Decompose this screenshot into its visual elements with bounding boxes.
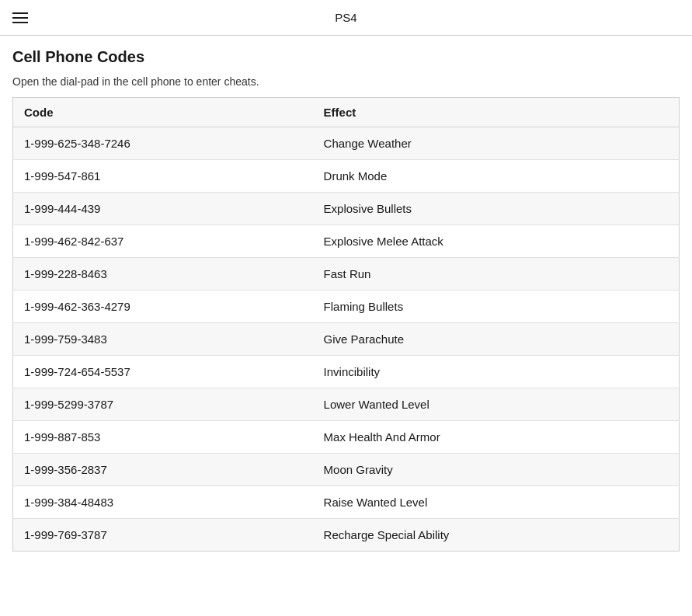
cell-code: 1-999-462-842-637 (13, 225, 313, 258)
cell-code: 1-999-5299-3787 (13, 388, 313, 421)
cell-code: 1-999-444-439 (13, 193, 313, 225)
cell-code: 1-999-724-654-5537 (13, 356, 313, 388)
cell-code: 1-999-759-3483 (13, 323, 313, 356)
cell-code: 1-999-887-853 (13, 421, 313, 454)
hamburger-menu-button[interactable] (12, 12, 28, 23)
table-body: 1-999-625-348-7246Change Weather1-999-54… (13, 127, 680, 552)
page-description: Open the dial-pad in the cell phone to e… (12, 75, 680, 88)
table-row: 1-999-547-861Drunk Mode (13, 160, 680, 193)
cell-effect: Max Health And Armor (313, 421, 680, 454)
hamburger-icon (12, 17, 28, 19)
cell-effect: Explosive Melee Attack (313, 225, 680, 258)
cell-effect: Lower Wanted Level (313, 388, 680, 421)
cell-code: 1-999-228-8463 (13, 258, 313, 291)
cell-code: 1-999-462-363-4279 (13, 291, 313, 323)
cell-effect: Drunk Mode (313, 160, 680, 193)
table-row: 1-999-462-363-4279Flaming Bullets (13, 291, 680, 323)
cell-effect: Change Weather (313, 127, 680, 160)
table-row: 1-999-724-654-5537Invincibility (13, 356, 680, 388)
hamburger-icon (12, 12, 28, 14)
cheat-table: Code Effect 1-999-625-348-7246Change Wea… (12, 97, 680, 552)
table-row: 1-999-759-3483Give Parachute (13, 323, 680, 356)
cell-effect: Flaming Bullets (313, 291, 680, 323)
cell-code: 1-999-547-861 (13, 160, 313, 193)
cell-effect: Invincibility (313, 356, 680, 388)
header-title: PS4 (335, 11, 356, 24)
cell-code: 1-999-625-348-7246 (13, 127, 313, 160)
table-row: 1-999-356-2837Moon Gravity (13, 454, 680, 486)
cell-code: 1-999-769-3787 (13, 519, 313, 552)
cell-effect: Give Parachute (313, 323, 680, 356)
table-row: 1-999-462-842-637Explosive Melee Attack (13, 225, 680, 258)
cell-effect: Fast Run (313, 258, 680, 291)
table-row: 1-999-769-3787Recharge Special Ability (13, 519, 680, 552)
table-row: 1-999-444-439Explosive Bullets (13, 193, 680, 225)
hamburger-icon (12, 22, 28, 23)
table-row: 1-999-625-348-7246Change Weather (13, 127, 680, 160)
cell-effect: Recharge Special Ability (313, 519, 680, 552)
table-row: 1-999-228-8463Fast Run (13, 258, 680, 291)
header: PS4 (0, 0, 692, 36)
column-header-effect: Effect (313, 98, 680, 127)
cell-effect: Moon Gravity (313, 454, 680, 486)
table-header-row: Code Effect (13, 98, 680, 127)
table-row: 1-999-384-48483Raise Wanted Level (13, 486, 680, 519)
cell-code: 1-999-356-2837 (13, 454, 313, 486)
cell-effect: Raise Wanted Level (313, 486, 680, 519)
table-row: 1-999-5299-3787Lower Wanted Level (13, 388, 680, 421)
page-content: Cell Phone Codes Open the dial-pad in th… (0, 36, 692, 570)
page-heading: Cell Phone Codes (12, 48, 680, 66)
cell-code: 1-999-384-48483 (13, 486, 313, 519)
table-row: 1-999-887-853Max Health And Armor (13, 421, 680, 454)
column-header-code: Code (13, 98, 313, 127)
cell-effect: Explosive Bullets (313, 193, 680, 225)
